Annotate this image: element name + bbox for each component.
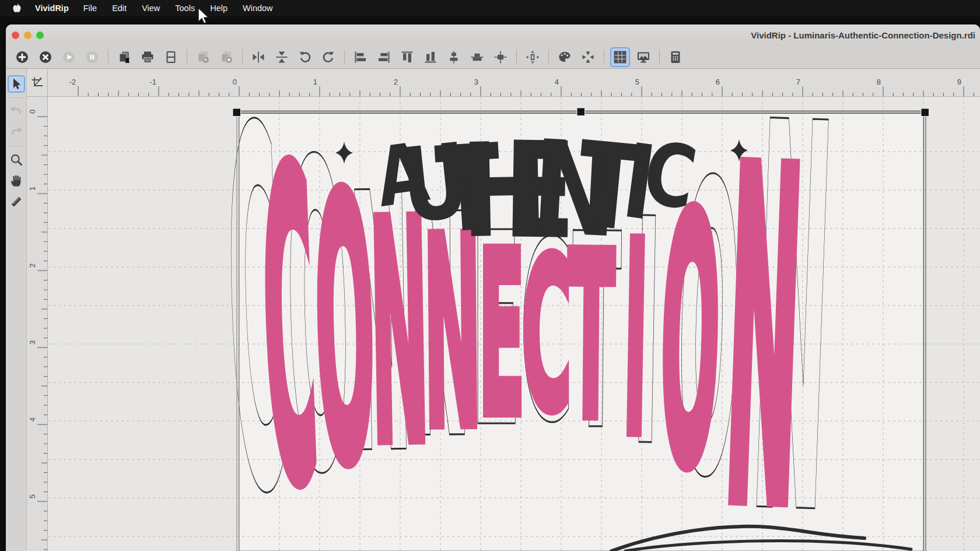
svg-text:8: 8 (877, 78, 881, 86)
menu-file[interactable]: File (76, 0, 104, 16)
add-button[interactable] (12, 47, 32, 67)
redo-button (8, 124, 25, 141)
tool-palette (6, 69, 27, 551)
pause-icon (85, 50, 99, 64)
queue-start-button (193, 47, 213, 67)
selection-handle-left[interactable] (233, 108, 241, 117)
zoom-tool-icon (9, 153, 23, 167)
center-vertical-button[interactable] (467, 47, 487, 67)
hand-tool-icon (9, 174, 23, 188)
cursor-tool-button[interactable] (8, 75, 25, 93)
add-icon (15, 50, 29, 64)
apple-icon (12, 3, 22, 14)
rotate-cw-icon (321, 50, 335, 64)
calculator-icon (668, 50, 682, 64)
toolbar (6, 45, 980, 69)
center-page-button[interactable] (491, 47, 510, 67)
measure-tool-button[interactable] (8, 193, 25, 210)
ruler-corner[interactable] (27, 69, 48, 97)
pause-button (82, 47, 102, 67)
svg-text:4: 4 (555, 78, 559, 86)
apple-menu[interactable] (8, 3, 26, 14)
window-controls (12, 31, 44, 39)
svg-text:-1: -1 (149, 78, 156, 86)
rotate-cw-button[interactable] (318, 47, 338, 67)
center-horizontal-button[interactable] (444, 47, 464, 67)
horizontal-ruler[interactable]: -2-10123456789 (48, 69, 980, 97)
separator (344, 50, 345, 65)
job-panel-button[interactable] (161, 47, 181, 67)
copy-jobs-button[interactable] (114, 47, 134, 67)
separator (659, 50, 660, 65)
svg-text:0: 0 (28, 110, 37, 114)
center-horizontal-icon (447, 50, 461, 64)
svg-text:5: 5 (635, 78, 639, 86)
svg-text:3: 3 (28, 341, 37, 345)
window-title: VividRip - Luminaris-Authentic-Connectio… (44, 30, 980, 40)
close-window-button[interactable] (12, 31, 19, 39)
svg-text:9: 9 (957, 78, 961, 86)
zoom-window-button[interactable] (36, 31, 44, 39)
align-right-icon (377, 50, 391, 64)
app-menu[interactable]: VividRip (35, 3, 69, 13)
svg-text:0: 0 (233, 78, 237, 86)
tile-grid-button[interactable] (610, 47, 630, 67)
hand-tool-button[interactable] (8, 172, 25, 189)
tile-grid-icon (613, 50, 627, 64)
nudge-button[interactable] (523, 47, 542, 67)
flip-vertical-icon (275, 50, 289, 64)
align-bottom-button[interactable] (421, 47, 440, 67)
job-panel-icon (164, 50, 178, 64)
menu-bar: VividRip FileEditViewToolsHelpWindow (0, 0, 980, 16)
selection-handle-right[interactable] (921, 108, 929, 117)
flip-vertical-button[interactable] (272, 47, 292, 67)
align-left-icon (354, 50, 368, 64)
align-right-button[interactable] (374, 47, 394, 67)
registration-marks-button[interactable] (578, 47, 598, 67)
selection-handle-center[interactable] (577, 108, 585, 116)
align-top-button[interactable] (397, 47, 417, 67)
preview-monitor-button[interactable] (634, 47, 653, 67)
svg-text:4: 4 (28, 417, 37, 422)
separator (10, 146, 23, 146)
measure-tool-icon (9, 195, 23, 209)
minimize-window-button[interactable] (24, 31, 32, 39)
svg-text:-2: -2 (69, 78, 76, 86)
separator (548, 50, 549, 65)
menu-edit[interactable]: Edit (104, 0, 134, 16)
svg-text:2: 2 (394, 78, 398, 86)
center-vertical-icon (470, 50, 484, 64)
queue-start-icon (196, 50, 210, 64)
cursor-tool-icon (9, 77, 23, 91)
menu-tools[interactable]: Tools (167, 0, 202, 16)
svg-text:7: 7 (796, 78, 800, 86)
start-icon (62, 50, 76, 64)
flip-horizontal-icon (251, 50, 265, 64)
queue-stop-button (216, 47, 236, 67)
separator (187, 50, 187, 65)
app-window: VividRip - Luminaris-Authentic-Connectio… (6, 24, 980, 551)
rotate-ccw-icon (298, 50, 312, 64)
flip-horizontal-button[interactable] (249, 47, 268, 67)
redo-icon (9, 125, 23, 139)
menu-view[interactable]: View (134, 0, 167, 16)
menu-window[interactable]: Window (235, 0, 281, 16)
cancel-button[interactable] (36, 47, 55, 67)
canvas-area[interactable]: CONNECTION CONNECTION AUTHENTIC (48, 97, 980, 551)
menu-help[interactable]: Help (202, 0, 235, 16)
calculator-button[interactable] (666, 47, 685, 67)
color-palette-icon (558, 50, 572, 64)
vertical-ruler[interactable]: 012345 (27, 97, 48, 551)
print-button[interactable] (138, 47, 158, 67)
print-icon (141, 50, 155, 64)
color-palette-button[interactable] (555, 47, 575, 67)
align-bottom-icon (424, 50, 438, 64)
align-left-button[interactable] (351, 47, 370, 67)
start-button (59, 47, 79, 67)
separator (604, 50, 604, 65)
align-top-icon (400, 50, 414, 64)
svg-text:3: 3 (474, 78, 478, 86)
rotate-ccw-button[interactable] (295, 47, 315, 67)
title-bar[interactable]: VividRip - Luminaris-Authentic-Connectio… (6, 24, 980, 46)
zoom-tool-button[interactable] (8, 151, 25, 169)
